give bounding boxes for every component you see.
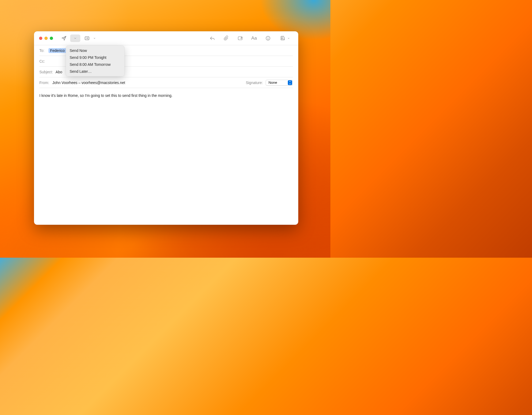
chevron-down-icon [74, 37, 77, 40]
svg-rect-0 [85, 37, 89, 40]
signature-label: Signature: [246, 81, 263, 85]
chevron-down-icon [287, 37, 290, 40]
attachment-button[interactable] [222, 35, 230, 42]
menu-item-send-tomorrow[interactable]: Send 8:00 AM Tomorrow [66, 61, 124, 68]
signature-value: None [269, 81, 277, 85]
subject-label: Subject: [39, 70, 53, 74]
close-window-button[interactable] [39, 37, 42, 40]
smiley-icon [265, 36, 271, 41]
cc-label: Cc: [39, 59, 46, 63]
to-label: To: [39, 48, 46, 53]
photo-browser-button[interactable] [279, 35, 286, 42]
from-field-row: From: John Voorhees – voorhees@macstorie… [39, 77, 293, 88]
minimize-window-button[interactable] [44, 37, 48, 40]
from-label: From: [39, 81, 49, 85]
menu-item-send-tonight[interactable]: Send 9:00 PM Tonight [66, 54, 124, 61]
menu-item-send-now[interactable]: Send Now [66, 47, 124, 54]
header-fields-button[interactable] [82, 35, 92, 42]
list-rect-icon [84, 36, 90, 41]
toolbar-left [59, 35, 97, 42]
svg-point-8 [269, 37, 269, 38]
font-format-icon: Aa [251, 36, 257, 41]
from-value[interactable]: John Voorhees – voorhees@macstories.net [52, 81, 125, 85]
emoji-button[interactable] [264, 35, 272, 42]
paperclip-icon [224, 36, 229, 41]
zoom-window-button[interactable] [50, 37, 53, 40]
titlebar: Aa [34, 31, 298, 45]
header-fields-chevron[interactable] [92, 37, 97, 40]
reply-button[interactable] [209, 35, 216, 42]
photo-browser-chevron[interactable] [286, 37, 291, 40]
paper-plane-icon [61, 36, 67, 41]
signature-area: Signature: None [246, 80, 293, 86]
svg-point-6 [266, 36, 270, 40]
subject-value: Abo [56, 70, 62, 74]
markup-icon [237, 36, 243, 41]
reply-arrow-icon [210, 36, 215, 41]
traffic-lights [39, 37, 53, 40]
send-options-menu: Send Now Send 9:00 PM Tonight Send 8:00 … [66, 46, 124, 76]
markup-button[interactable] [236, 35, 244, 42]
select-stepper-icon [288, 80, 292, 85]
svg-rect-9 [281, 37, 284, 40]
toolbar-right: Aa [209, 35, 293, 42]
signature-select[interactable]: None [266, 80, 293, 86]
chevron-down-icon [93, 37, 96, 40]
photos-icon [280, 36, 285, 41]
send-button[interactable] [59, 35, 69, 42]
menu-item-send-later[interactable]: Send Later… [66, 68, 124, 75]
send-options-dropdown-button[interactable] [70, 35, 80, 42]
body-text: I know it's late in Rome, so I'm going t… [39, 93, 172, 98]
message-body[interactable]: I know it's late in Rome, so I'm going t… [34, 88, 298, 225]
svg-point-7 [267, 37, 267, 38]
recipient-chip[interactable]: Federico [48, 48, 66, 53]
format-button[interactable]: Aa [250, 35, 258, 42]
